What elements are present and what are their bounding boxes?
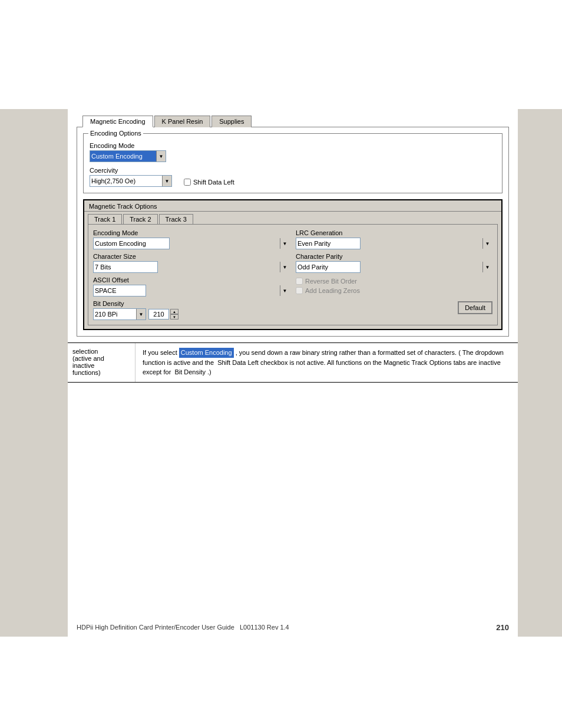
description-sidebar-text: selection(active andinactivefunctions) [72, 348, 104, 376]
lrc-generation-arrow-icon: ▼ [482, 238, 492, 249]
reverse-bit-order-label: Reverse Bit Order [305, 278, 357, 285]
character-size-field: Character Size 7 Bits ▼ [93, 253, 290, 273]
description-main: If you select Custom Encoding , you send… [135, 343, 518, 382]
tab-track1[interactable]: Track 1 [88, 214, 122, 224]
coercivity-label: Coercivity [90, 167, 172, 174]
desc-text-3: Shift Data Left [217, 359, 259, 366]
ascii-offset-arrow-icon: ▼ [280, 285, 289, 296]
ascii-offset-label: ASCII Offset [93, 276, 290, 284]
custom-encoding-highlight: Custom Encoding [179, 348, 234, 358]
encoding-mode-label: Encoding Mode [90, 142, 496, 149]
magnetic-track-options-title: Magnetic Track Options [84, 200, 501, 212]
tab-magnetic-encoding[interactable]: Magnetic Encoding [82, 116, 153, 127]
lrc-generation-label: LRC Generation [296, 229, 492, 236]
desc-highlight3: Bit Density [174, 368, 206, 375]
center-content: Magnetic Encoding K Panel Resin Supplies… [68, 109, 518, 637]
desc-text-2: , you send down a raw binary string rath… [236, 349, 461, 356]
ascii-offset-select[interactable]: SPACE [93, 285, 146, 297]
main-section: Magnetic Encoding K Panel Resin Supplies… [0, 109, 562, 637]
ascii-offset-field: ASCII Offset SPACE ▼ [93, 276, 290, 297]
inner-tabs: Track 1 Track 2 Track 3 [84, 212, 501, 224]
right-col: LRC Generation Even Parity ▼ [296, 229, 492, 320]
character-parity-label: Character Parity [296, 253, 492, 260]
add-leading-zeros-row: Add Leading Zeros [296, 287, 492, 294]
track-encoding-mode-select-wrapper: Custom Encoding ▼ [93, 238, 290, 249]
left-col: Encoding Mode Custom Encoding ▼ [93, 229, 290, 320]
bit-density-field: Bit Density 210 BPi ▼ [93, 300, 290, 320]
shift-data-left-checkbox[interactable] [184, 179, 191, 186]
add-leading-zeros-label: Add Leading Zeros [305, 287, 360, 294]
bit-density-spinner: 210 ▲ ▼ [148, 309, 178, 319]
character-parity-field: Character Parity Odd Parity ▼ [296, 253, 492, 273]
track-encoding-mode-field: Encoding Mode Custom Encoding ▼ [93, 229, 290, 249]
default-button[interactable]: Default [458, 301, 492, 314]
spin-buttons: ▲ ▼ [170, 309, 178, 319]
track-encoding-mode-arrow-icon: ▼ [280, 238, 289, 249]
coercivity-select[interactable]: High(2,750 Oe) [90, 175, 172, 187]
desc-text-end: .) [207, 368, 211, 375]
bit-density-select[interactable]: 210 BPi [93, 308, 146, 320]
description-area: selection(active andinactivefunctions) I… [68, 342, 518, 383]
tab-k-panel-resin[interactable]: K Panel Resin [154, 116, 211, 127]
spin-down-button[interactable]: ▼ [170, 314, 178, 319]
tab-track2[interactable]: Track 2 [123, 214, 157, 224]
encoding-options-group: Encoding Options Encoding Mode Custom En… [83, 133, 503, 193]
right-sidebar [518, 109, 562, 637]
character-size-select[interactable]: 7 Bits [93, 261, 158, 273]
encoding-options-title: Encoding Options [88, 130, 143, 137]
default-btn-container: Default [296, 301, 492, 314]
bit-density-input[interactable]: 210 [148, 309, 169, 319]
bottom-area [68, 383, 518, 618]
footer-title: HDPii High Definition Card Printer/Encod… [77, 624, 289, 631]
ascii-offset-select-wrapper: SPACE ▼ [93, 285, 290, 297]
tab-supplies[interactable]: Supplies [211, 116, 252, 127]
magnetic-track-options-dialog: Magnetic Track Options Track 1 Track 2 T… [83, 199, 503, 330]
left-sidebar [0, 109, 68, 637]
dialog-wrapper: Magnetic Encoding K Panel Resin Supplies… [68, 109, 518, 342]
add-leading-zeros-checkbox[interactable] [296, 287, 303, 294]
character-parity-arrow-icon: ▼ [482, 262, 492, 272]
page-footer: HDPii High Definition Card Printer/Encod… [68, 618, 518, 637]
lrc-generation-select[interactable]: Even Parity [296, 238, 361, 249]
shift-data-left-row: Shift Data Left [184, 179, 234, 186]
reverse-bit-order-checkbox[interactable] [296, 278, 303, 285]
page-number: 210 [496, 623, 509, 632]
lrc-generation-select-wrapper: Even Parity ▼ [296, 238, 492, 249]
shift-data-left-label: Shift Data Left [193, 179, 234, 186]
character-size-select-wrapper: 7 Bits ▼ [93, 261, 290, 273]
page-container: Magnetic Encoding K Panel Resin Supplies… [0, 0, 562, 728]
bit-density-select-wrapper: 210 BPi ▼ [93, 308, 146, 320]
track-encoding-mode-select[interactable]: Custom Encoding [93, 238, 170, 249]
dialog-body: Encoding Options Encoding Mode Custom En… [77, 127, 509, 337]
desc-text-1: If you select [143, 349, 177, 356]
encoding-mode-select-wrapper: Custom Encoding ▼ [90, 150, 166, 162]
coercivity-select-wrapper: High(2,750 Oe) ▼ [90, 175, 172, 187]
bit-density-label: Bit Density [93, 300, 290, 307]
spin-up-button[interactable]: ▲ [170, 309, 178, 314]
reverse-bit-order-row: Reverse Bit Order [296, 278, 492, 285]
top-area [0, 0, 562, 109]
character-size-arrow-icon: ▼ [280, 262, 289, 272]
track-encoding-mode-label: Encoding Mode [93, 229, 290, 236]
lrc-generation-field: LRC Generation Even Parity ▼ [296, 229, 492, 249]
encoding-mode-select[interactable]: Custom Encoding [90, 150, 166, 162]
inner-tab-content: Encoding Mode Custom Encoding ▼ [88, 224, 498, 325]
dialog-tabs: Magnetic Encoding K Panel Resin Supplies [77, 115, 509, 127]
character-size-label: Character Size [93, 253, 290, 260]
tab-track3[interactable]: Track 3 [159, 214, 193, 224]
character-parity-select-wrapper: Odd Parity ▼ [296, 261, 492, 273]
character-parity-select[interactable]: Odd Parity [296, 261, 361, 273]
track-options-form: Encoding Mode Custom Encoding ▼ [93, 229, 492, 320]
description-sidebar: selection(active andinactivefunctions) [68, 343, 135, 382]
